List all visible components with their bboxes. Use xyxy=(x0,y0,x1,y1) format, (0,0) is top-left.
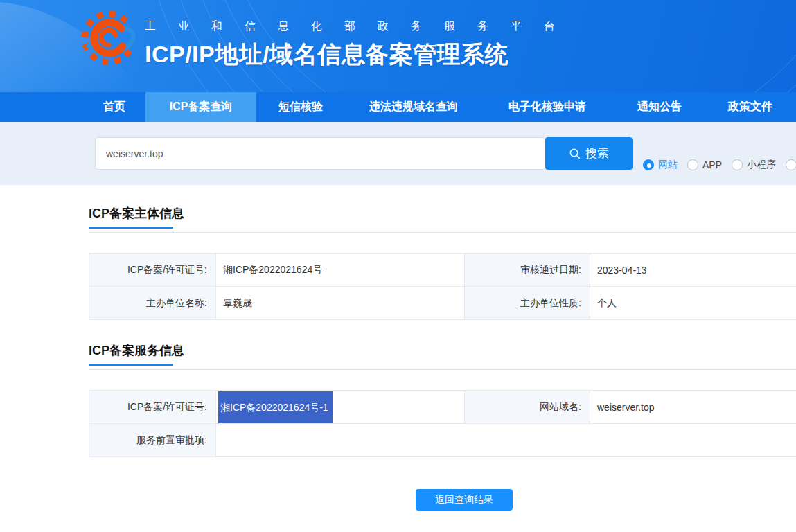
table-row: 服务前置审批项: xyxy=(89,424,796,457)
field-value-empty xyxy=(216,424,796,457)
service-title-divider xyxy=(89,369,796,370)
search-type-radio-group: 网站 APP 小程序 xyxy=(643,159,796,171)
field-label: 网站域名: xyxy=(465,391,590,424)
search-section: 搜索 网站 APP 小程序 xyxy=(0,122,796,185)
field-label: ICP备案/许可证号: xyxy=(89,391,216,424)
field-label: 主办单位性质: xyxy=(465,287,590,320)
radio-miniprogram[interactable] xyxy=(732,159,743,170)
field-label: 服务前置审批项: xyxy=(89,424,216,457)
radio-app-label[interactable]: APP xyxy=(702,159,722,170)
main-nav: 首页 ICP备案查询 短信核验 违法违规域名查询 电子化核验申请 通知公告 政策… xyxy=(0,92,796,122)
field-value: weiserver.top xyxy=(590,391,796,424)
nav-item-e-verification[interactable]: 电子化核验申请 xyxy=(482,92,612,122)
field-label: ICP备案/许可证号: xyxy=(89,254,216,287)
subject-info-table: ICP备案/许可证号: 湘ICP备2022021624号 审核通过日期: 202… xyxy=(89,253,796,320)
radio-app[interactable] xyxy=(687,159,698,170)
site-title: ICP/IP地址/域名信息备案管理系统 xyxy=(145,39,577,71)
radio-website-label[interactable]: 网站 xyxy=(658,159,678,171)
nav-item-sms-verify[interactable]: 短信核验 xyxy=(256,92,345,122)
selected-text-highlight: 湘ICP备2022021624号-1 xyxy=(218,391,333,423)
nav-item-illegal-domain-query[interactable]: 违法违规域名查询 xyxy=(345,92,482,122)
service-section-title: ICP备案服务信息 xyxy=(89,342,184,359)
subject-section-title: ICP备案主体信息 xyxy=(89,205,184,222)
table-row: ICP备案/许可证号: 湘ICP备2022021624号 审核通过日期: 202… xyxy=(89,254,796,287)
header-text-block: 工业和信息化部政务服务平台 ICP/IP地址/域名信息备案管理系统 xyxy=(145,19,577,71)
nav-item-policy-docs[interactable]: 政策文件 xyxy=(707,92,794,122)
radio-partial-cutoff[interactable] xyxy=(786,159,796,170)
platform-subtitle: 工业和信息化部政务服务平台 xyxy=(145,19,577,34)
table-row: ICP备案/许可证号: 湘ICP备2022021624号-1 网站域名: wei… xyxy=(89,391,796,424)
search-button[interactable]: 搜索 xyxy=(545,137,633,170)
nav-item-notices[interactable]: 通知公告 xyxy=(612,92,707,122)
search-button-label: 搜索 xyxy=(585,145,609,161)
miit-gear-e-logo-icon xyxy=(80,10,137,66)
field-value: 2023-04-13 xyxy=(590,254,796,287)
page: 工业和信息化部政务服务平台 ICP/IP地址/域名信息备案管理系统 首页 ICP… xyxy=(0,0,796,532)
nav-item-icp-query[interactable]: ICP备案查询 xyxy=(145,92,256,122)
radio-website[interactable] xyxy=(643,159,654,170)
service-title-underline xyxy=(89,364,173,366)
site-header: 工业和信息化部政务服务平台 ICP/IP地址/域名信息备案管理系统 xyxy=(0,0,796,92)
table-row: 主办单位名称: 覃巍晟 主办单位性质: 个人 xyxy=(89,287,796,320)
field-value: 湘ICP备2022021624号 xyxy=(216,254,465,287)
subject-title-underline xyxy=(89,227,173,229)
field-label: 审核通过日期: xyxy=(465,254,590,287)
back-to-results-button[interactable]: 返回查询结果 xyxy=(416,489,513,511)
field-label: 主办单位名称: xyxy=(89,287,216,320)
search-input[interactable] xyxy=(95,137,545,170)
field-value: 覃巍晟 xyxy=(216,287,465,320)
magnifier-icon xyxy=(569,148,581,159)
subject-title-divider xyxy=(89,232,796,233)
radio-miniprogram-label[interactable]: 小程序 xyxy=(747,159,776,171)
field-value: 个人 xyxy=(590,287,796,320)
service-info-table: ICP备案/许可证号: 湘ICP备2022021624号-1 网站域名: wei… xyxy=(89,390,796,457)
nav-item-home[interactable]: 首页 xyxy=(83,92,145,122)
field-value: 湘ICP备2022021624号-1 xyxy=(216,391,465,424)
